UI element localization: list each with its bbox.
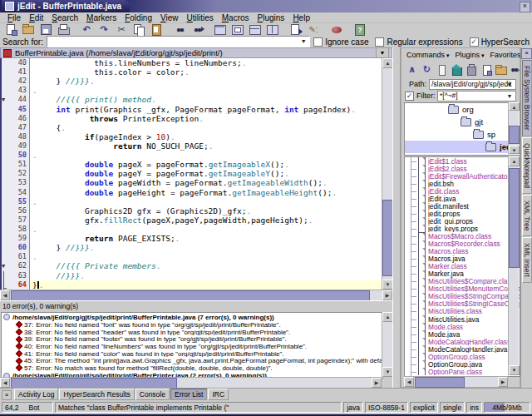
code-line[interactable]: 60 } //}}}. [2,243,392,252]
code-line[interactable]: 52 double pageY = pageFormat.getImageabl… [2,169,392,178]
file-item[interactable]: MiscUtilities$StringICaseCompare.class [411,300,520,308]
code-line[interactable]: 64}. [2,280,392,290]
scroll-up-icon[interactable]: ▲ [509,102,520,111]
tree-node-org[interactable]: org [405,103,520,116]
open-file-icon[interactable] [21,23,36,36]
file-item[interactable]: jEdit$2.class [411,165,520,172]
file-item[interactable]: MiscUtilities$MenuItemCompare.class [411,285,520,293]
help-icon[interactable] [352,23,367,36]
scroll-right-icon[interactable]: ▶ [498,377,508,387]
tree-vscrollbar[interactable]: ▲ ▼ [508,102,519,154]
search-option-ignore-case[interactable]: Ignore case [313,37,368,47]
error-item[interactable]: 41:Error: No field named "color" was fou… [2,350,382,358]
bottom-tab-error-list[interactable]: Error List [170,389,207,400]
code-line[interactable]: 45 int print(Graphics _gfx, PageFormat p… [2,105,392,114]
file-item[interactable]: jEdit.java [411,195,520,202]
file-item[interactable]: jEdit$1.class [411,157,520,165]
filelist-vscrollbar[interactable]: ▲ ▼ [508,156,519,375]
cut-icon[interactable] [114,23,129,36]
buffer-switcher-row[interactable]: BufferPrintable.java (/home/slava/jEdit/… [0,47,392,58]
filelist-hscroll-thumb[interactable] [415,377,465,388]
error-item[interactable]: 38:Error: No field named "header" was fo… [2,329,382,336]
dock-close-icon[interactable]: × [521,48,532,59]
error-item[interactable]: 45:Error: The method "int print(java.awt… [2,357,382,364]
file-item[interactable]: Mode.java [411,330,520,338]
file-item[interactable]: OptionGroup.class [411,353,520,360]
file-item[interactable]: jedit.props [411,210,520,217]
menu-macros[interactable]: Macros [218,12,254,23]
code-line[interactable]: 63 //}}}. [2,271,392,280]
filter-dropdown-icon[interactable]: ▼ [505,92,515,100]
file-item[interactable]: Marker.java [411,270,520,278]
new-file-icon[interactable] [3,23,18,36]
file-item[interactable]: Mode.class [411,323,520,330]
fsb-reload-icon[interactable] [421,64,433,76]
code-line[interactable]: 53 double pageWidth = pageFormat.getImag… [2,178,392,187]
window-close-icon[interactable]: × [520,2,530,12]
code-line[interactable]: 40 this.lineNumbers = lineNumbers;. [2,58,392,67]
code-line[interactable]: 47 {. [2,123,392,132]
menu-view[interactable]: View [156,12,183,23]
dock-divider[interactable] [392,47,401,388]
buffer-switcher-icon[interactable] [288,23,303,36]
tree-node-sp[interactable]: sp [405,128,520,141]
bottom-tab-activity-log[interactable]: Activity Log [14,389,58,400]
code-line[interactable]: 42 } //}}}. [2,77,392,86]
file-item[interactable]: MiscUtilities.class [411,308,520,315]
fsb-synchronize-icon[interactable] [465,64,476,76]
bottom-tab-irc[interactable]: IRC [208,389,229,400]
dock-tab-xml-insert[interactable]: XML Insert [522,237,532,283]
checkbox-icon[interactable] [313,37,323,47]
memory-status[interactable]: 4Mb/9Mb [484,402,530,413]
find-next-icon[interactable] [190,23,204,36]
search-history-dropdown-icon[interactable]: ▼ [298,37,308,45]
error-tree[interactable]: /home/slava/jEdit/org/gjt/sp/jedit/print… [1,312,383,379]
file-item[interactable]: MiscUtilities.java [411,315,520,323]
code-line[interactable]: 56 Graphics2D gfx = (Graphics2D)_gfx;. [2,206,392,215]
file-item[interactable]: ModeCatalogHandler.java [411,345,520,353]
menu-folding[interactable]: Folding [121,12,156,23]
error-item[interactable]: 40:Error: No field named "lineNumbers" w… [2,343,382,350]
error-item[interactable]: 39:Error: No field named "footer" was fo… [2,335,382,343]
scroll-down-icon[interactable]: ▼ [509,365,520,375]
record-macro-icon[interactable] [306,23,321,36]
file-item[interactable]: OptionGroup.java [411,360,520,368]
file-item[interactable]: Macros.java [411,255,520,263]
code-line[interactable]: 55. [2,197,392,206]
tree-node-gjt[interactable]: gjt [405,116,520,128]
fsb-menu-commands[interactable]: Commands [406,51,449,59]
file-list[interactable]: jEdit$1.classjEdit$2.classjEdit$Firewall… [404,156,520,377]
find-icon[interactable] [172,23,187,36]
bottom-tab-hypersearch-results[interactable]: HyperSearch Results [59,389,134,400]
search-option-regular-expressions[interactable]: Regular expressions [375,37,462,47]
scroll-down-icon[interactable]: ▼ [509,146,520,154]
code-line[interactable]: 57 gfx.fillRect(pageX,pageY,pageWidth,pa… [2,215,392,225]
code-line[interactable]: 41 this.color = color;. [2,67,392,77]
file-item[interactable]: jedit_gui.props [411,217,520,225]
file-item[interactable]: jedit.bsh [411,180,520,187]
directory-tree[interactable]: orggjtspjedit [404,102,520,156]
file-item[interactable]: jedit_keys.props [411,225,520,232]
path-input[interactable]: /slava/jEdit/org/gjt/sp/jedit ▼ [429,79,516,90]
title-bar[interactable]: jEdit - BufferPrintable.java × [0,0,532,12]
tree-expander-icon[interactable] [3,314,10,320]
save-file-icon[interactable] [38,23,53,36]
filelist-hscrollbar[interactable]: ◀ ▶ [404,376,508,387]
file-item[interactable]: Macros$Macro.class [411,232,520,240]
file-item[interactable]: Macros.class [411,248,520,255]
copy-icon[interactable] [131,23,146,36]
buffer-dropdown-icon[interactable]: ▼ [376,47,389,58]
fsb-menu-plugins[interactable]: Plugins [455,51,484,59]
menu-search[interactable]: Search [47,12,82,23]
filter-input[interactable]: *[^~#] ▼ [437,91,516,102]
code-line[interactable]: 43. [2,86,392,95]
bottom-dock-close-icon[interactable]: × [2,390,12,400]
code-line[interactable]: 61. [2,252,392,261]
beanshell-icon[interactable] [329,23,344,36]
fsb-new-file-icon[interactable] [480,64,491,76]
split-vertical-icon[interactable] [265,23,280,36]
menu-utilities[interactable]: Utilities [183,12,218,23]
tree-vscroll-thumb[interactable] [509,126,520,144]
code-line[interactable]: ▼44 //{{{ print() method. [2,95,392,104]
menu-help[interactable]: Help [288,12,314,23]
